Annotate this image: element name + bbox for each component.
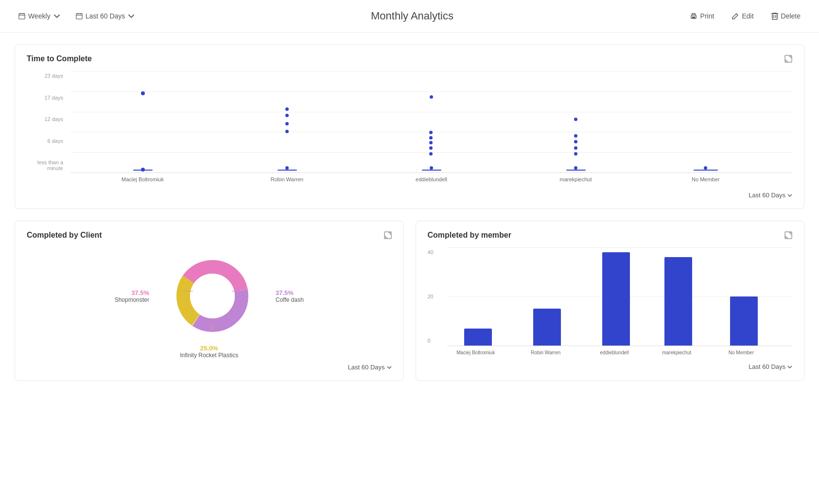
scatter-dot-eddie-5 bbox=[429, 146, 433, 150]
donut-chart bbox=[169, 252, 256, 340]
print-label: Print bbox=[700, 12, 714, 20]
scatter-y-axis: 23 days 17 days 12 days 6 days less than… bbox=[27, 71, 68, 173]
completed-by-client-card: Completed by Client 37.5% Shopmonster bbox=[15, 221, 404, 381]
bar-x-marek: marekpiechut bbox=[662, 350, 691, 355]
donut-wrapper: 37.5% Shopmonster bbox=[27, 247, 392, 349]
svg-rect-0 bbox=[19, 14, 25, 19]
time-to-complete-header: Time to Complete bbox=[27, 54, 792, 63]
edit-button[interactable]: Edit bbox=[728, 10, 757, 22]
print-icon bbox=[690, 12, 697, 20]
scatter-line-nomember bbox=[694, 170, 718, 171]
y-label-17: 17 days bbox=[27, 95, 68, 101]
top-bar-right: Print Edit Delete bbox=[686, 10, 804, 22]
calendar-icon bbox=[18, 13, 25, 19]
delete-icon bbox=[771, 12, 778, 20]
scatter-dot-robin-1 bbox=[285, 107, 289, 111]
grid-line-top bbox=[70, 71, 792, 71]
coffedash-name: Coffe dash bbox=[276, 296, 304, 303]
scatter-dot-maciej-1 bbox=[141, 91, 145, 95]
weekly-label: Weekly bbox=[28, 12, 51, 20]
completed-by-member-last60-btn[interactable]: Last 60 Days bbox=[749, 363, 792, 370]
completed-by-client-last60-label: Last 60 Days bbox=[348, 364, 385, 371]
completed-by-client-header: Completed by Client bbox=[27, 231, 392, 240]
scatter-dot-marek-5 bbox=[574, 152, 577, 156]
expand-icon[interactable] bbox=[784, 55, 792, 63]
scatter-dot-robin-4 bbox=[285, 130, 289, 133]
expand-member-icon[interactable] bbox=[784, 231, 792, 239]
main-content: Time to Complete 23 days 17 days 12 days… bbox=[0, 33, 819, 404]
bar-nomember bbox=[730, 296, 758, 346]
bar-grid-40 bbox=[447, 247, 793, 248]
bar-y-40: 40 bbox=[428, 249, 445, 255]
weekly-dropdown[interactable]: Weekly bbox=[15, 10, 64, 22]
completed-by-member-card: Completed by member 40 20 0 bbox=[416, 221, 805, 381]
scatter-chart-container: 23 days 17 days 12 days 6 days less than… bbox=[27, 71, 792, 188]
top-bar: Weekly Last 60 Days Monthly Analytics bbox=[0, 0, 819, 33]
grid-line-bottom bbox=[70, 173, 792, 173]
print-button[interactable]: Print bbox=[686, 10, 718, 22]
x-label-nomember: No Member bbox=[692, 176, 719, 182]
completed-by-client-title: Completed by Client bbox=[27, 231, 102, 240]
scatter-line-robin bbox=[278, 170, 297, 171]
svg-rect-10 bbox=[772, 14, 777, 19]
scatter-dot-marek-3 bbox=[574, 140, 577, 143]
bar-chart-container: 40 20 0 bbox=[428, 247, 793, 359]
completed-by-client-footer: Last 60 Days bbox=[27, 364, 392, 371]
bar-marek bbox=[664, 257, 692, 346]
scatter-dot-marek-1 bbox=[574, 118, 577, 121]
scatter-dot-marek-4 bbox=[574, 146, 577, 150]
infinity-name: Infinity Rocket Plastics bbox=[27, 352, 392, 359]
chevron-down-member-icon bbox=[787, 365, 792, 368]
scatter-dot-eddie-1 bbox=[430, 95, 433, 99]
time-to-complete-last60-label: Last 60 Days bbox=[749, 191, 785, 199]
completed-by-client-last60-btn[interactable]: Last 60 Days bbox=[348, 364, 392, 371]
scatter-dot-robin-3 bbox=[285, 122, 289, 125]
bar-y-20: 20 bbox=[428, 294, 445, 299]
bar-grid-0 bbox=[447, 346, 793, 346]
donut-label-shopmonster: 37.5% Shopmonster bbox=[115, 289, 149, 303]
chevron-down-client-icon bbox=[387, 366, 392, 369]
infinity-pct: 25.0% bbox=[27, 345, 392, 352]
bar-plot-area: Maciej Boltromiuk Robin Warren eddieblun… bbox=[447, 247, 793, 346]
scatter-line-eddie bbox=[422, 170, 441, 171]
bottom-cards: Completed by Client 37.5% Shopmonster bbox=[15, 221, 804, 393]
scatter-dot-eddie-2 bbox=[429, 131, 433, 134]
x-label-eddie: eddieblundell bbox=[416, 176, 447, 182]
y-label-23: 23 days bbox=[27, 73, 68, 79]
donut-label-coffedash: 37.5% Coffe dash bbox=[276, 289, 304, 303]
grid-line-1 bbox=[70, 91, 792, 92]
expand-client-icon[interactable] bbox=[384, 231, 392, 239]
svg-point-18 bbox=[190, 274, 235, 318]
shopmonster-pct: 37.5% bbox=[115, 289, 149, 296]
scatter-plot-area: Maciej Boltromiuk Robin Warren eddieblun… bbox=[70, 71, 792, 173]
svg-rect-9 bbox=[692, 17, 695, 18]
edit-label: Edit bbox=[742, 12, 753, 20]
completed-by-member-footer: Last 60 Days bbox=[428, 363, 793, 370]
chevron-down-date-icon bbox=[128, 13, 135, 19]
y-label-6: 6 days bbox=[27, 138, 68, 144]
date-range-label: Last 60 Days bbox=[86, 12, 125, 20]
completed-by-member-title: Completed by member bbox=[428, 231, 511, 240]
x-label-marek: marekpiechut bbox=[559, 176, 592, 182]
y-label-ltm: less than a minute bbox=[27, 159, 68, 171]
scatter-dot-marek-6 bbox=[574, 166, 577, 170]
time-to-complete-last60-btn[interactable]: Last 60 Days bbox=[749, 191, 792, 199]
bar-eddie bbox=[602, 252, 630, 346]
grid-line-2 bbox=[70, 112, 792, 112]
scatter-dot-robin-5 bbox=[285, 166, 289, 170]
delete-label: Delete bbox=[781, 12, 801, 20]
bar-y-axis: 40 20 0 bbox=[428, 247, 445, 346]
bar-y-0: 0 bbox=[428, 338, 445, 344]
y-label-12: 12 days bbox=[27, 116, 68, 122]
bar-x-nomember: No Member bbox=[729, 350, 754, 355]
scatter-dot-maciej-2 bbox=[141, 168, 145, 172]
date-range-dropdown[interactable]: Last 60 Days bbox=[72, 10, 139, 22]
donut-labels-right: 37.5% Coffe dash bbox=[276, 289, 304, 303]
page-title: Monthly Analytics bbox=[371, 10, 453, 22]
x-label-maciej: Maciej Boltromiuk bbox=[122, 176, 164, 182]
bar-x-robin: Robin Warren bbox=[531, 350, 560, 355]
scatter-line-marek bbox=[566, 170, 586, 171]
svg-rect-4 bbox=[76, 14, 82, 19]
scatter-dot-eddie-3 bbox=[429, 136, 433, 139]
delete-button[interactable]: Delete bbox=[767, 10, 804, 22]
